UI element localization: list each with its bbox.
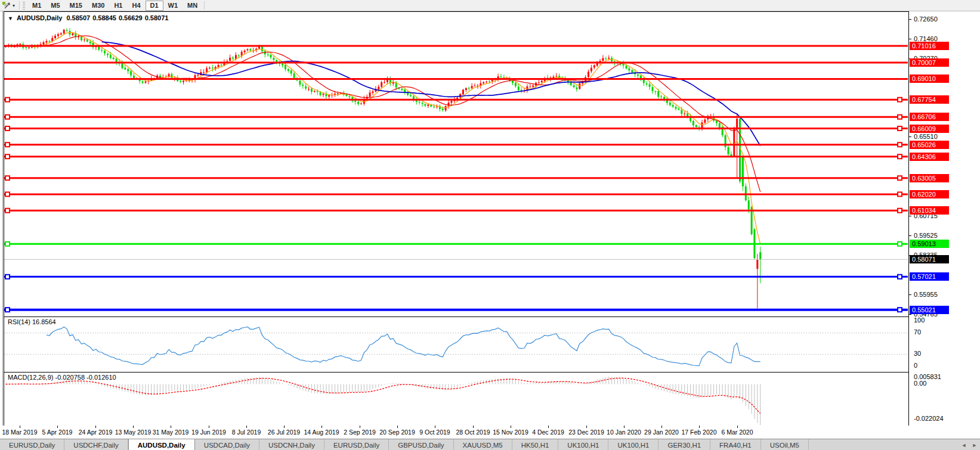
chart-tab-ger30-h1[interactable]: GER30,H1 [659,439,710,450]
dropdown-caret-icon: ▾ [13,3,15,8]
level-price-badge: 0.63005 [910,174,949,182]
tab-bar-spacer [809,439,959,450]
date-tick [95,426,96,428]
macd-axis-label: 0.00 [914,380,926,387]
level-price-badge: 0.64306 [910,153,949,161]
date-label[interactable]: 18 Mar 2019 [2,429,38,436]
tab-scroll-left-button[interactable]: ◄ [959,439,969,450]
chart-tab-hk50-h1[interactable]: HK50,H1 [512,439,559,450]
rsi-axis-label: 0 [914,362,917,370]
rsi-indicator-panel[interactable] [4,316,910,373]
level-price-badge: 0.59013 [910,240,949,248]
date-label[interactable]: 2 Sep 2019 [344,429,376,436]
ohlc-low: 0.56629 [119,14,143,21]
chart-tab-uk100-h1[interactable]: UK100,H1 [558,439,608,450]
collapse-triangle-icon[interactable]: ▼ [8,15,13,21]
date-tick [397,426,398,428]
date-label[interactable]: 10 Jan 2020 [607,429,641,436]
timeframe-button-h4[interactable]: H4 [127,1,145,11]
rsi-plot [4,317,908,371]
level-price-badge: 0.69010 [910,75,949,83]
level-price-badge: 0.57021 [910,272,949,281]
date-tick [133,426,134,428]
date-tick [321,426,322,428]
date-label[interactable]: 19 Jun 2019 [191,429,226,436]
date-tick [511,426,511,428]
date-label[interactable]: 26 Jul 2019 [268,429,300,436]
ohlc-high: 0.58845 [92,14,116,21]
date-tick [246,426,247,428]
date-tick [284,426,285,428]
date-tick [209,426,209,428]
date-axis[interactable]: 18 Mar 20195 Apr 201924 Apr 201913 May 2… [0,426,980,439]
trading-platform-window: ▾ M1M5M15M30H1H4D1W1MN ▼AUDUSD,Daily 0.5… [0,0,980,450]
toolbar-grip[interactable] [23,2,25,10]
date-label[interactable]: 28 Oct 2019 [456,429,490,436]
chart-tab-usoil-m5[interactable]: USOil,M5 [761,439,809,450]
chart-tab-bar: EURUSD,DailyUSDCHF,DailyAUDUSD,DailyUSDC… [0,439,980,450]
date-label[interactable]: 20 Sep 2019 [379,429,415,436]
timeframe-button-d1[interactable]: D1 [146,1,163,11]
macd-plot [4,373,908,426]
date-label[interactable]: 15 Nov 2019 [493,429,528,436]
chart-tab-usdcad-daily[interactable]: USDCAD,Daily [195,439,259,450]
rsi-axis-label: 30 [914,350,921,358]
chart-tab-fra40-h1[interactable]: FRA40,H1 [710,439,761,450]
date-label[interactable]: 9 Oct 2019 [419,429,450,436]
date-tick [661,426,662,428]
date-tick [20,426,20,428]
chart-cursor-icon [2,1,11,10]
price-axis-label: 0.55955 [914,291,938,299]
macd-label: MACD(12,26,9) -0.020758 -0.012610 [8,374,116,381]
chart-tab-xauusd-m5[interactable]: XAUUSD,M5 [454,439,512,450]
chart-cursor-tool-button[interactable]: ▾ [0,0,17,11]
level-price-badge: 0.61034 [910,206,949,215]
chart-tab-usdchf-daily[interactable]: USDCHF,Daily [64,439,128,450]
date-label[interactable]: 17 Feb 2020 [682,429,717,436]
timeframe-button-m30[interactable]: M30 [87,1,109,11]
toolbar-separator [204,1,205,10]
date-label[interactable]: 24 Apr 2019 [79,429,113,436]
axis-tick [909,136,911,137]
date-label[interactable]: 4 Dec 2019 [532,429,564,436]
price-axis[interactable]: 0.726500.714600.702700.655100.607150.595… [908,11,980,426]
date-label[interactable]: 6 Mar 2020 [721,429,753,436]
chart-title: ▼AUDUSD,Daily 0.585070.588450.566290.580… [8,14,171,21]
date-label[interactable]: 13 May 2019 [115,429,152,436]
chart-tab-eurusd-daily[interactable]: EURUSD,Daily [324,439,389,450]
main-chart-panel[interactable] [4,11,910,317]
chart-tab-gbpusd-daily[interactable]: GBPUSD,Daily [389,439,453,450]
date-label[interactable]: 8 Jul 2019 [232,429,261,436]
timeframe-button-h1[interactable]: H1 [109,1,127,11]
date-label[interactable]: 23 Dec 2019 [568,429,604,436]
chart-tab-usdcnh-daily[interactable]: USDCNH,Daily [259,439,324,450]
chart-tab-uk100-h1[interactable]: UK100,H1 [608,439,659,450]
rsi-axis-label: 100 [914,316,925,324]
rsi-label: RSI(14) 16.8564 [8,318,56,325]
chart-tab-eurusd-daily[interactable]: EURUSD,Daily [0,439,64,450]
candlestick-chart[interactable] [4,12,908,315]
macd-indicator-panel[interactable] [4,372,910,427]
chart-tab-audusd-daily[interactable]: AUDUSD,Daily [128,439,195,450]
date-tick [548,426,549,428]
current-price-badge: 0.58071 [910,255,949,263]
timeframe-toolbar: ▾ M1M5M15M30H1H4D1W1MN [0,0,980,11]
timeframe-button-m5[interactable]: M5 [46,1,64,11]
price-axis-label: 0.65510 [914,133,938,141]
level-price-badge: 0.65026 [910,141,949,149]
date-label[interactable]: 14 Aug 2019 [304,429,339,436]
timeframe-button-w1[interactable]: W1 [163,1,183,11]
macd-axis-label: -0.022024 [914,415,944,423]
axis-tick [909,314,911,315]
date-label[interactable]: 29 Jan 2020 [644,429,679,436]
ohlc-close: 0.58071 [145,14,169,21]
timeframe-button-m1[interactable]: M1 [27,1,46,11]
timeframe-button-m15[interactable]: M15 [65,1,87,11]
tab-scroll-right-button[interactable]: ► [969,439,980,450]
timeframe-buttons: M1M5M15M30H1H4D1W1MN [27,1,202,11]
date-label[interactable]: 31 May 2019 [153,429,189,436]
date-tick [737,426,738,428]
window-left-edge [2,11,3,437]
date-label[interactable]: 5 Apr 2019 [42,429,73,436]
timeframe-button-mn[interactable]: MN [183,1,202,11]
